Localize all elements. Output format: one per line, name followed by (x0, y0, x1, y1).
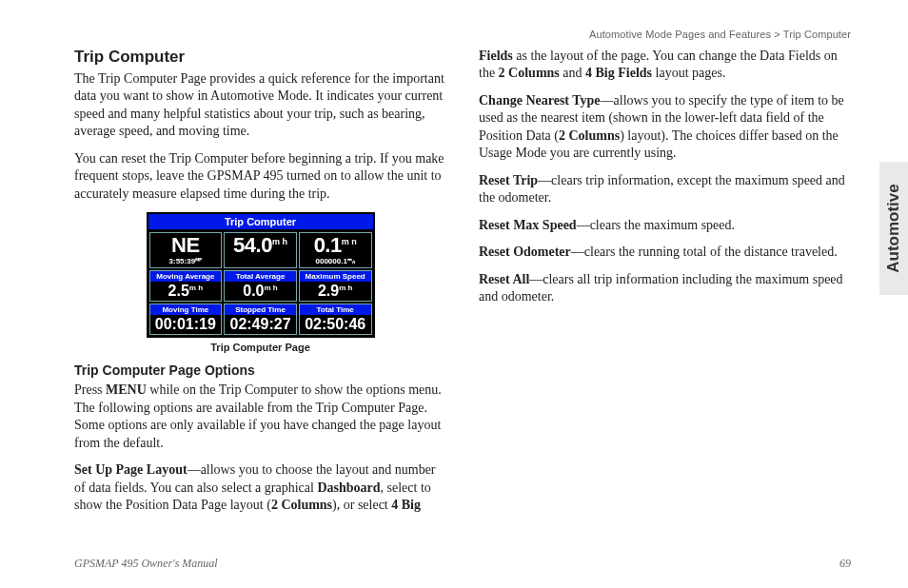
field-maximum-speed: Maximum Speed 2.9m h (299, 270, 372, 302)
body-paragraph: You can reset the Trip Computer before b… (74, 150, 446, 203)
device-titlebar: Trip Computer (148, 214, 373, 231)
field-stopped-time: Stopped Time 02:49:27 (224, 304, 297, 335)
field-distance: 0.1m n 000000.1ᵐₙ (299, 232, 372, 268)
field-total-time: Total Time 02:50:46 (299, 304, 372, 335)
page-number: 69 (839, 557, 851, 571)
field-moving-time: Moving Time 00:01:19 (149, 304, 223, 335)
device-screenshot: Trip Computer NE 3:55:39ᴹᴾ 54.0m h 0.1m … (147, 212, 375, 338)
body-paragraph: Press MENU while on the Trip Computer to… (74, 382, 446, 452)
option-reset-trip: Reset Trip—clears trip information, exce… (479, 172, 851, 207)
field-heading: NE 3:55:39ᴹᴾ (149, 232, 223, 268)
figure-trip-computer: Trip Computer NE 3:55:39ᴹᴾ 54.0m h 0.1m … (74, 212, 446, 353)
option-reset-max-speed: Reset Max Speed—clears the maximum speed… (479, 217, 851, 234)
footer-manual-title: GPSMAP 495 Owner's Manual (74, 557, 218, 571)
body-paragraph: The Trip Computer Page provides a quick … (74, 70, 446, 141)
field-speed: 54.0m h (224, 232, 297, 268)
subsection-heading: Trip Computer Page Options (74, 363, 446, 378)
field-total-average: Total Average 0.0m h (224, 270, 297, 302)
option-reset-odometer: Reset Odometer—clears the running total … (479, 244, 851, 261)
breadcrumb: Automotive Mode Pages and Features > Tri… (74, 29, 851, 40)
option-change-nearest-type: Change Nearest Type—allows you to specif… (479, 92, 851, 163)
section-heading: Trip Computer (74, 48, 446, 67)
field-moving-average: Moving Average 2.5m h (149, 270, 223, 302)
side-tab-automotive: Automotive (879, 162, 908, 295)
figure-caption: Trip Computer Page (74, 342, 446, 353)
option-reset-all: Reset All—clears all trip information in… (479, 271, 851, 306)
